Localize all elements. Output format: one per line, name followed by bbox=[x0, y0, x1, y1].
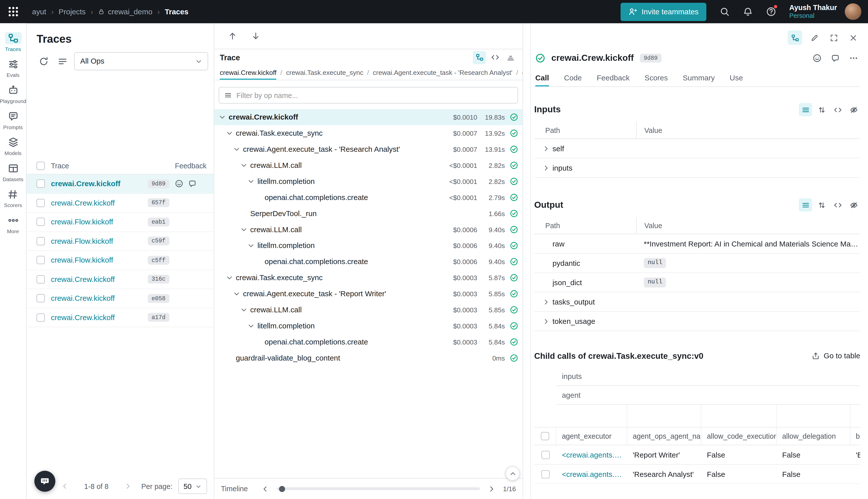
trace-path-tab[interactable]: crewai.Crew.kickoff bbox=[220, 65, 276, 80]
breadcrumb-projects[interactable]: Projects bbox=[59, 8, 86, 16]
collapse-caret-icon[interactable] bbox=[219, 113, 226, 121]
row-checkbox[interactable] bbox=[541, 451, 549, 459]
add-reaction-button[interactable] bbox=[810, 51, 824, 65]
trace-list-row[interactable]: crewai.Crew.kickoff9d89 bbox=[27, 174, 214, 194]
user-menu[interactable]: Ayush Thakur Personal bbox=[790, 3, 837, 20]
collapse-caret-icon[interactable] bbox=[247, 178, 255, 185]
detail-tree-view-button[interactable] bbox=[788, 31, 802, 45]
trace-tree-row[interactable]: crewai.Task.execute_sync$0.000713.92s bbox=[214, 125, 523, 141]
edit-button[interactable] bbox=[807, 31, 821, 45]
refresh-button[interactable] bbox=[36, 54, 51, 68]
child-call-row[interactable]: <crewai.agents.cre...'Research Analyst'F… bbox=[534, 465, 860, 484]
collapse-caret-icon[interactable] bbox=[233, 290, 240, 297]
json-view-button[interactable] bbox=[831, 103, 844, 116]
comment-button[interactable] bbox=[829, 51, 842, 65]
comment-icon[interactable] bbox=[188, 180, 196, 188]
trace-tree-row[interactable]: litellm.completion$0.00035.84s bbox=[214, 318, 523, 334]
tab-use[interactable]: Use bbox=[730, 69, 743, 86]
tab-summary[interactable]: Summary bbox=[683, 69, 715, 86]
hide-values-button[interactable] bbox=[847, 103, 860, 116]
json-view-button[interactable] bbox=[831, 198, 844, 211]
collapse-caret-icon[interactable] bbox=[226, 274, 233, 281]
expand-caret-icon[interactable] bbox=[543, 164, 550, 172]
user-avatar[interactable] bbox=[845, 3, 861, 20]
view-options-button[interactable] bbox=[55, 54, 70, 68]
expand-caret-icon[interactable] bbox=[543, 298, 550, 305]
trace-list-row[interactable]: crewai.Crew.kickoffa17d bbox=[27, 308, 214, 327]
trace-tree-row[interactable]: SerperDevTool._run1.66s bbox=[214, 206, 523, 222]
trace-path-tab[interactable]: crewai.Agent.execute_task - 'Research An… bbox=[373, 65, 512, 80]
sidebar-item-evals[interactable]: Evals bbox=[5, 58, 21, 78]
timeline-next-button[interactable] bbox=[485, 483, 497, 495]
trace-name-link[interactable]: crewai.Crew.kickoff bbox=[51, 275, 148, 283]
trace-tree-row[interactable]: crewai.LLM.call<$0.00012.82s bbox=[214, 157, 523, 173]
trace-tree-row[interactable]: crewai.Task.execute_sync$0.00035.87s bbox=[214, 270, 523, 286]
tab-code[interactable]: Code bbox=[564, 69, 582, 86]
add-reaction-icon[interactable] bbox=[175, 180, 183, 188]
timeline-slider[interactable] bbox=[276, 487, 480, 490]
trace-tree-row[interactable]: crewai.LLM.call$0.00069.40s bbox=[214, 222, 523, 238]
child-column-header[interactable]: allow_delegation bbox=[777, 428, 850, 445]
kv-row-json_dict[interactable]: json_dictnull bbox=[534, 273, 860, 292]
go-to-table-button[interactable]: Go to table bbox=[811, 352, 860, 360]
row-checkbox[interactable] bbox=[36, 313, 45, 321]
sidebar-item-prompts[interactable]: Prompts bbox=[3, 110, 23, 130]
row-checkbox[interactable] bbox=[36, 275, 45, 283]
row-checkbox[interactable] bbox=[36, 180, 45, 188]
support-chat-button[interactable] bbox=[34, 471, 55, 492]
fullscreen-button[interactable] bbox=[827, 31, 841, 45]
breadcrumb-page[interactable]: Traces bbox=[165, 8, 188, 16]
expand-caret-icon[interactable] bbox=[543, 145, 550, 152]
prev-trace-button[interactable] bbox=[225, 29, 239, 43]
notifications-button[interactable] bbox=[739, 2, 757, 21]
next-page-button[interactable] bbox=[122, 480, 134, 492]
ops-filter-select[interactable]: All Ops bbox=[74, 52, 208, 70]
trace-name-link[interactable]: crewai.Crew.kickoff bbox=[51, 180, 148, 188]
collapse-caret-icon[interactable] bbox=[233, 146, 240, 153]
row-checkbox[interactable] bbox=[541, 470, 549, 478]
collapse-caret-icon[interactable] bbox=[226, 130, 233, 137]
trace-tree-row[interactable]: crewai.Agent.execute_task - 'Report Writ… bbox=[214, 286, 523, 302]
format-list-button[interactable] bbox=[799, 198, 812, 211]
collapse-caret-icon[interactable] bbox=[247, 322, 255, 330]
code-view-button[interactable] bbox=[488, 51, 501, 64]
trace-tree-row[interactable]: openai.chat.completions.create$0.00035.8… bbox=[214, 334, 523, 350]
trace-name-link[interactable]: crewai.Crew.kickoff bbox=[51, 199, 148, 207]
trace-name-link[interactable]: crewai.Flow.kickoff bbox=[51, 218, 148, 226]
timeline-prev-button[interactable] bbox=[259, 483, 271, 495]
wandb-logo-icon[interactable] bbox=[8, 6, 19, 17]
row-checkbox[interactable] bbox=[36, 237, 45, 245]
kv-row-raw[interactable]: raw**Investment Report: AI in Chemical a… bbox=[534, 234, 860, 254]
trace-list-row[interactable]: crewai.Flow.kickoffc5ff bbox=[27, 251, 214, 270]
sidebar-item-datasets[interactable]: Datasets bbox=[2, 162, 23, 182]
sidebar-item-scorers[interactable]: Scorers bbox=[4, 188, 22, 208]
sidebar-item-traces[interactable]: Traces bbox=[5, 32, 21, 52]
row-checkbox[interactable] bbox=[36, 218, 45, 226]
child-column-header[interactable]: agent_executor bbox=[556, 428, 627, 445]
sidebar-item-more[interactable]: More bbox=[5, 214, 21, 234]
kv-row-pydantic[interactable]: pydanticnull bbox=[534, 254, 860, 273]
invite-teammates-button[interactable]: Invite teammates bbox=[621, 2, 706, 21]
collapse-caret-icon[interactable] bbox=[240, 226, 248, 233]
prev-page-button[interactable] bbox=[59, 480, 71, 492]
tab-scores[interactable]: Scores bbox=[644, 69, 668, 86]
trace-tree-row[interactable]: guardrail-validate_blog_content0ms bbox=[214, 350, 523, 366]
search-button[interactable] bbox=[715, 2, 734, 21]
flame-view-button[interactable] bbox=[504, 51, 517, 64]
help-button[interactable] bbox=[761, 2, 780, 21]
trace-tree-row[interactable]: crewai.Agent.execute_task - 'Research An… bbox=[214, 141, 523, 157]
per-page-select[interactable]: 50 bbox=[178, 478, 207, 494]
trace-tree-row[interactable]: litellm.completion$0.00069.40s bbox=[214, 238, 523, 254]
agent-executor-link[interactable]: <crewai.agents.cre... bbox=[556, 470, 627, 478]
expand-values-button[interactable] bbox=[815, 103, 828, 116]
tree-view-button[interactable] bbox=[473, 51, 486, 64]
select-all-checkbox[interactable] bbox=[36, 162, 45, 170]
breadcrumb-entity[interactable]: ayut bbox=[32, 8, 46, 16]
trace-list-row[interactable]: crewai.Crew.kickoff657f bbox=[27, 194, 214, 212]
trace-name-link[interactable]: crewai.Crew.kickoff bbox=[51, 294, 148, 303]
format-list-button[interactable] bbox=[799, 103, 812, 116]
row-checkbox[interactable] bbox=[36, 199, 45, 207]
op-filter-input[interactable] bbox=[236, 91, 512, 99]
trace-path-tab[interactable]: crewai.Task.execute_sync bbox=[286, 65, 363, 80]
trace-list-row[interactable]: crewai.Crew.kickoffe058 bbox=[27, 289, 214, 308]
